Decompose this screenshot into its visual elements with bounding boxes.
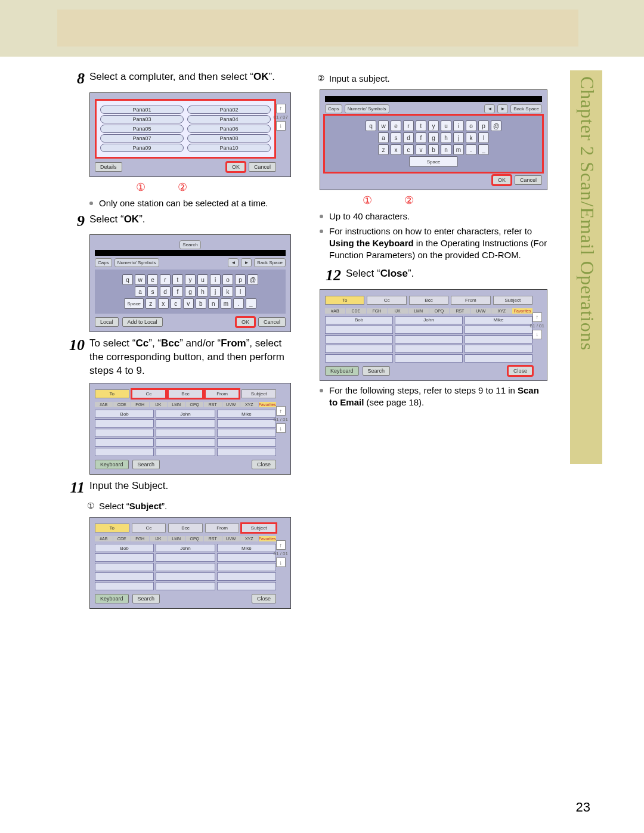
- figure-step8: Pana01Pana02 Pana03Pana04 Pana05Pana06 P…: [89, 92, 291, 177]
- cancel-button: Cancel: [515, 175, 542, 185]
- step-8-text: Select a compluter, and then select “OK”…: [89, 70, 291, 88]
- top-bar: [0, 0, 644, 57]
- scroll-up-icon: ↑: [532, 312, 542, 322]
- keyboard-button: Keyboard: [95, 460, 129, 469]
- right-arrow-icon: ►: [497, 104, 508, 113]
- step-10-text: To select “Cc”, “Bcc” and/or “From”, sel…: [89, 337, 291, 378]
- chapter-label: Chapter 2 Scan/Email Operations: [576, 76, 598, 351]
- details-button: Details: [95, 162, 122, 172]
- backspace-button: Back Space: [254, 258, 286, 267]
- note-keyboard-ref: For instructions on how to enter charact…: [320, 225, 547, 262]
- search-button: Search: [179, 240, 200, 249]
- local-button: Local: [95, 317, 119, 327]
- close-button: Close: [508, 366, 532, 376]
- step-12-text: Select “Close”.: [346, 267, 547, 284]
- step-8-num: 8: [58, 70, 89, 88]
- right-arrow-icon: ►: [241, 258, 252, 267]
- keyboard-button: Keyboard: [95, 594, 129, 603]
- caps-button: Caps: [95, 258, 112, 267]
- keyboard-button: Keyboard: [325, 366, 359, 376]
- scroll-down-icon: ↓: [276, 423, 286, 433]
- scroll-down-icon: ↓: [532, 330, 542, 339]
- step-9-text: Select “OK”.: [89, 213, 291, 230]
- numeric-symbols-button: Numeric/ Symbols: [114, 258, 159, 267]
- ok-button: OK: [227, 162, 245, 172]
- scroll-up-icon: ↑: [276, 406, 286, 416]
- step-11-text: Input the Subject.: [89, 479, 291, 497]
- search-button: Search: [132, 460, 160, 469]
- close-button: Close: [252, 594, 276, 603]
- figure-step12: To Cc Bcc From Subject #ABCDEFGHIJKLMNOP…: [320, 289, 547, 381]
- step-10-num: 10: [58, 337, 89, 378]
- page-number: 23: [576, 800, 590, 815]
- search-button: Search: [363, 366, 391, 376]
- left-arrow-icon: ◄: [228, 258, 239, 267]
- caps-button: Caps: [325, 104, 342, 113]
- close-button: Close: [252, 460, 276, 469]
- backspace-button: Back Space: [510, 104, 542, 113]
- numeric-symbols-button: Numeric/ Symbols: [345, 104, 389, 113]
- ok-button: OK: [236, 317, 255, 327]
- callout-2: ②: [404, 194, 414, 207]
- step-9-num: 9: [58, 213, 89, 230]
- note-40chars: Up to 40 characters.: [320, 210, 547, 222]
- search-button: Search: [132, 594, 160, 603]
- top-inset: [57, 10, 578, 47]
- cancel-button: Cancel: [258, 317, 286, 327]
- step-12-num: 12: [315, 267, 346, 284]
- scroll-down-icon: ↓: [276, 558, 286, 567]
- chapter-tab: Chapter 2 Scan/Email Operations: [570, 70, 602, 464]
- figure-step11b: Caps Numeric/ Symbols ◄ ► Back Space qwe…: [320, 89, 547, 190]
- step11-sub2: Input a subject.: [320, 73, 547, 85]
- cancel-button: Cancel: [249, 162, 276, 172]
- callout-1: ①: [363, 194, 372, 207]
- step12-note: For the following steps, refer to steps …: [320, 385, 547, 409]
- figure-step11a: To Cc Bcc From Subject #ABCDEFGHIJKLMNOP…: [89, 517, 291, 609]
- step-11-num: 11: [58, 479, 89, 497]
- figure-step10: To Cc Bcc From Subject #ABCDEFGHIJKLMNOP…: [89, 383, 291, 475]
- callout-2: ②: [178, 181, 187, 194]
- figure-step9: Search Caps Numeric/ Symbols ◄ ► Back Sp…: [89, 234, 291, 332]
- step11-sub1: Select “Subject”.: [89, 500, 291, 512]
- scroll-down-icon: ↓: [276, 121, 286, 131]
- left-arrow-icon: ◄: [484, 104, 495, 113]
- step8-note: Only one station can be selected at a ti…: [89, 197, 291, 209]
- ok-button: OK: [493, 175, 511, 185]
- scroll-up-icon: ↑: [276, 104, 286, 113]
- scroll-up-icon: ↑: [276, 540, 286, 550]
- add-to-local-button: Add to Local: [122, 317, 163, 327]
- callout-1: ①: [136, 181, 145, 194]
